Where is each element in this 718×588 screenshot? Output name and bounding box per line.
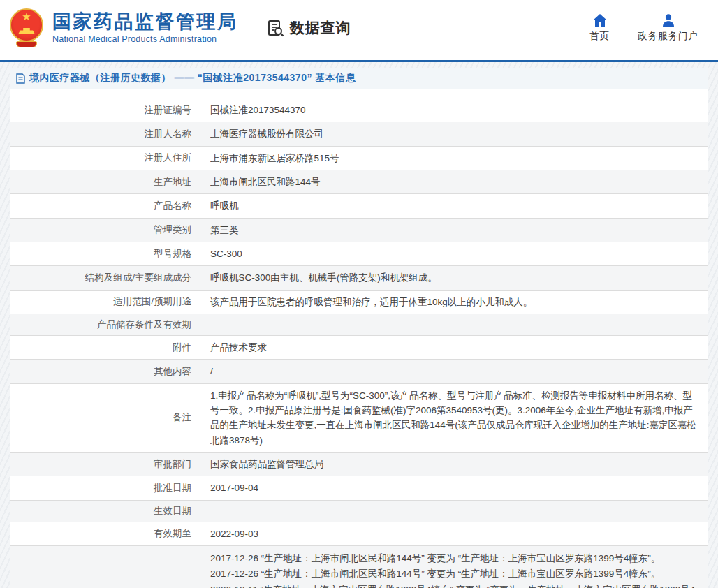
change-record: 2017-12-26 “生产地址：上海市闸北区民和路144号” 变更为 “生产地… — [210, 566, 698, 581]
titlebar-gap — [10, 89, 708, 98]
user-icon — [662, 14, 675, 27]
row-value: 呼吸机SC-300由主机、机械手(管路支架)和机架组成。 — [200, 266, 708, 290]
row-label: 产品名称 — [10, 194, 200, 218]
row-value: 该产品用于医院患者的呼吸管理和治疗，适用于体重10kg以上的小儿和成人。 — [200, 290, 708, 314]
header-nav: 首页 政务服务门户 — [589, 14, 698, 43]
table-row: 审批部门国家食品药品监督管理总局 — [10, 452, 708, 476]
table-row: 注册人住所上海市浦东新区居家桥路515号 — [10, 146, 708, 170]
row-value: 2017-12-26 “生产地址：上海市闸北区民和路144号” 变更为 “生产地… — [200, 545, 708, 588]
table-row: 型号规格SC-300 — [10, 242, 708, 265]
row-value: / — [200, 360, 708, 383]
table-row: 生效日期 — [10, 500, 708, 522]
row-value: 产品技术要求 — [200, 335, 708, 359]
row-label: 附件 — [10, 335, 200, 359]
row-value — [200, 314, 708, 335]
row-value: 2022-09-03 — [200, 522, 708, 545]
row-label: 型号规格 — [10, 242, 200, 265]
table-row: 生产地址上海市闸北区民和路144号 — [10, 170, 708, 193]
row-value — [200, 500, 708, 522]
row-label: 生效日期 — [10, 500, 200, 522]
row-label: 管理类别 — [10, 218, 200, 242]
row-label: 审批部门 — [10, 452, 200, 476]
org-name-cn: 国家药品监督管理局 — [52, 12, 238, 33]
nav-home-label: 首页 — [589, 30, 610, 43]
row-label: 适用范围/预期用途 — [10, 290, 200, 314]
nav-gov-portal[interactable]: 政务服务门户 — [638, 14, 698, 43]
table-row: 结构及组成/主要组成成分呼吸机SC-300由主机、机械手(管路支架)和机架组成。 — [10, 266, 708, 290]
row-value: 国家食品药品监督管理总局 — [200, 452, 708, 476]
table-row: 适用范围/预期用途该产品用于医院患者的呼吸管理和治疗，适用于体重10kg以上的小… — [10, 290, 708, 314]
nav-home[interactable]: 首页 — [589, 14, 610, 43]
info-table-body: 注册证编号国械注准20173544370注册人名称上海医疗器械股份有限公司注册人… — [10, 98, 708, 588]
row-label: 备注 — [10, 383, 200, 452]
row-label: 产品储存条件及有效期 — [10, 314, 200, 335]
row-value: 第三类 — [200, 218, 708, 242]
change-record: 2020-12-11 “生产地址：上海市宝山区罗东路1399号4幢东” 变更为 … — [210, 582, 698, 588]
page-titlebar: 境内医疗器械（注册历史数据） —— “国械注准20173544370” 基本信息 — [10, 68, 708, 89]
table-row: 其他内容/ — [10, 360, 708, 383]
document-icon — [16, 73, 25, 84]
nav-data-query-label: 数据查询 — [290, 18, 351, 38]
row-label: 注册证编号 — [10, 98, 200, 122]
document-search-icon — [266, 19, 285, 38]
brand: 国家药品监督管理局 National Medical Products Admi… — [10, 8, 238, 47]
table-row: 注册证编号国械注准20173544370 — [10, 98, 708, 122]
row-value: 上海市闸北区民和路144号 — [200, 170, 708, 193]
table-row: 有效期至2022-09-03 — [10, 522, 708, 545]
row-label: 其他内容 — [10, 360, 200, 383]
table-row: 批准日期2017-09-04 — [10, 476, 708, 500]
row-label: 变更情况 — [10, 545, 200, 588]
row-value: SC-300 — [200, 242, 708, 265]
site-header: 国家药品监督管理局 National Medical Products Admi… — [0, 0, 718, 62]
org-name-en: National Medical Products Administration — [52, 34, 238, 44]
row-label: 注册人住所 — [10, 146, 200, 170]
row-label: 批准日期 — [10, 476, 200, 500]
row-label: 结构及组成/主要组成成分 — [10, 266, 200, 290]
table-row: 产品储存条件及有效期 — [10, 314, 708, 335]
national-emblem-logo — [10, 8, 45, 47]
home-icon — [593, 14, 607, 27]
row-value: 上海市浦东新区居家桥路515号 — [200, 146, 708, 170]
row-value: 上海医疗器械股份有限公司 — [200, 122, 708, 146]
table-row: 注册人名称上海医疗器械股份有限公司 — [10, 122, 708, 146]
row-label: 注册人名称 — [10, 122, 200, 146]
row-label: 生产地址 — [10, 170, 200, 193]
nav-gov-portal-label: 政务服务门户 — [638, 30, 698, 43]
row-label: 有效期至 — [10, 522, 200, 545]
change-record: 2017-12-26 “生产地址：上海市闸北区民和路144号” 变更为 “生产地… — [210, 551, 698, 566]
registration-info-table: 注册证编号国械注准20173544370注册人名称上海医疗器械股份有限公司注册人… — [10, 98, 708, 588]
table-row: 管理类别第三类 — [10, 218, 708, 242]
table-row: 产品名称呼吸机 — [10, 194, 708, 218]
content-panel: 境内医疗器械（注册历史数据） —— “国械注准20173544370” 基本信息… — [10, 68, 708, 588]
table-row: 附件产品技术要求 — [10, 335, 708, 359]
page-title: 境内医疗器械（注册历史数据） —— “国械注准20173544370” 基本信息 — [29, 72, 356, 84]
row-value: 1.申报产品名称为“呼吸机”,型号为“SC-300”,该产品名称、型号与注册产品… — [200, 383, 708, 452]
row-value: 国械注准20173544370 — [200, 98, 708, 122]
row-value: 2017-09-04 — [200, 476, 708, 500]
main-content: 境内医疗器械（注册历史数据） —— “国械注准20173544370” 基本信息… — [0, 62, 718, 588]
nav-data-query[interactable]: 数据查询 — [266, 18, 351, 38]
row-value: 呼吸机 — [200, 194, 708, 218]
table-row: 备注1.申报产品名称为“呼吸机”,型号为“SC-300”,该产品名称、型号与注册… — [10, 383, 708, 452]
table-row: 变更情况2017-12-26 “生产地址：上海市闸北区民和路144号” 变更为 … — [10, 545, 708, 588]
